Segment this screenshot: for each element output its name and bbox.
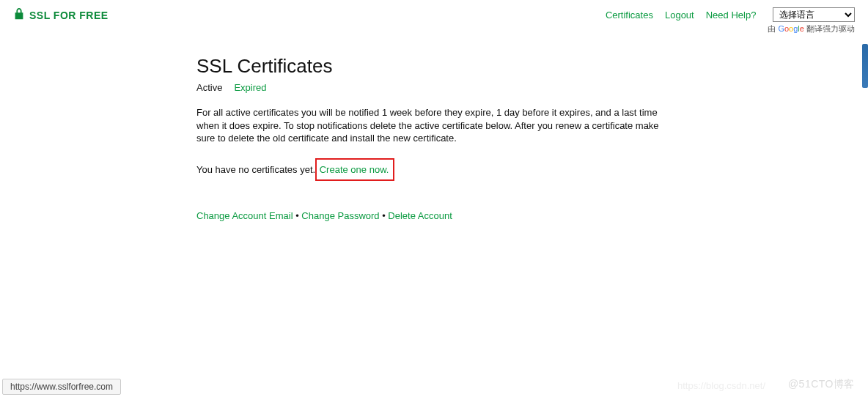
nav-right: Certificates Logout Need Help? 选择语言 由 Go…	[606, 7, 855, 34]
tabs: Active Expired	[196, 82, 666, 93]
main-content: SSL Certificates Active Expired For all …	[196, 55, 666, 221]
nav-help[interactable]: Need Help?	[706, 7, 757, 21]
no-certs-line: You have no certificates yet. Create one…	[196, 158, 666, 181]
nav-certificates[interactable]: Certificates	[606, 7, 653, 21]
language-select[interactable]: 选择语言	[773, 7, 855, 22]
google-logo-text: Google	[778, 24, 804, 33]
nav-logout[interactable]: Logout	[665, 7, 694, 21]
logo[interactable]: SSL FOR FREE	[13, 7, 108, 23]
language-widget: 选择语言 由 Google 翻译强力驱动	[768, 7, 855, 34]
info-text: For all active certificates you will be …	[196, 106, 666, 145]
create-highlight: Create one now.	[315, 158, 395, 181]
tab-active[interactable]: Active	[196, 82, 222, 93]
no-certs-prefix: You have no certificates yet.	[196, 164, 318, 175]
watermark-csdn: https://blog.csdn.net/	[677, 380, 765, 391]
brand-text: SSL FOR FREE	[29, 10, 108, 21]
scroll-indicator[interactable]	[862, 44, 868, 88]
header: SSL FOR FREE Certificates Logout Need He…	[0, 0, 868, 34]
tab-expired[interactable]: Expired	[234, 82, 266, 93]
create-one-link[interactable]: Create one now.	[320, 164, 389, 175]
change-password-link[interactable]: Change Password	[301, 210, 379, 221]
language-caption: 由 Google 翻译强力驱动	[768, 23, 855, 34]
change-email-link[interactable]: Change Account Email	[196, 210, 293, 221]
status-bar: https://www.sslforfree.com	[2, 379, 121, 395]
watermark-51cto: @51CTO博客	[788, 378, 855, 391]
lock-icon	[13, 7, 25, 23]
page-title: SSL Certificates	[196, 55, 666, 78]
delete-account-link[interactable]: Delete Account	[388, 210, 452, 221]
account-links: Change Account Email • Change Password •…	[196, 210, 666, 221]
